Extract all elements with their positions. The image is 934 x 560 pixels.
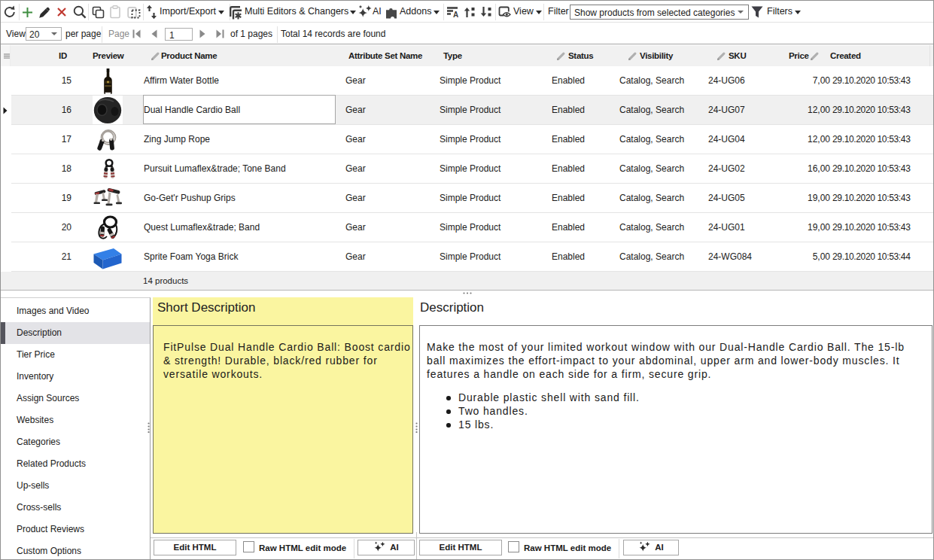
svg-text:A: A (453, 11, 458, 18)
